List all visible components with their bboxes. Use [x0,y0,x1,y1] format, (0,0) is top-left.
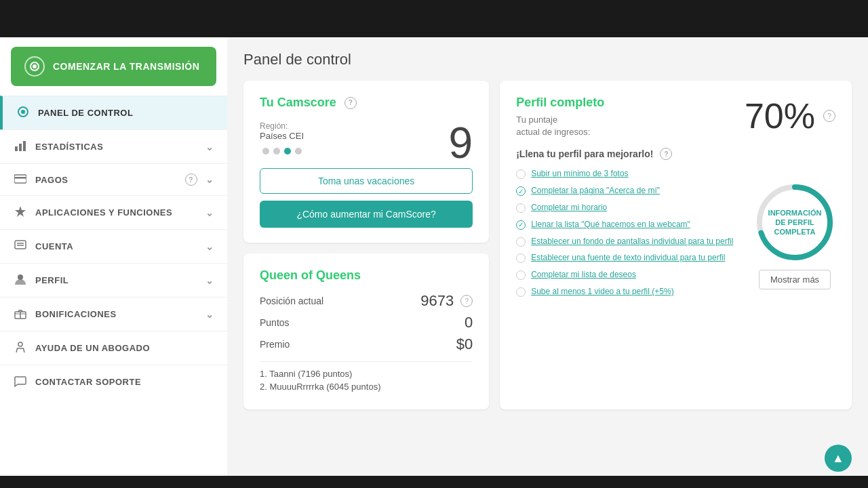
broadcast-icon [24,56,45,77]
percent-value: 70% ? [745,96,835,136]
svg-rect-5 [19,144,22,151]
sidebar-item-panel[interactable]: PANEL DE CONTROL [0,96,227,129]
profile-item-0: Subir un mínimo de 3 fotos [516,168,743,180]
sidebar-item-cuenta[interactable]: CUENTA⌄ [0,229,227,263]
svg-point-3 [21,110,25,114]
camscore-help-icon[interactable]: ? [344,97,357,109]
sidebar-icon-estadisticas [14,140,27,154]
sidebar-icon-panel [16,106,30,120]
sidebar-icon-bonificaciones [14,307,27,321]
profile-item-1: ✓Completar la página "Acerca de mí" [516,185,743,197]
camscore-score-row: Región: Países CEI 9 [260,118,473,168]
svg-rect-7 [14,175,26,183]
main-content: Panel de control Tu Camscore ? Región: P… [227,37,868,476]
svg-point-12 [18,274,23,280]
start-broadcast-button[interactable]: COMENZAR LA TRANSMISIÓN [11,47,216,86]
puntos-row: Puntos 0 [260,314,473,331]
puntos-label: Puntos [260,317,290,328]
fill-label: ¡Llena tu perfil para mejorarlo! ? [516,148,835,160]
profile-item-5: Establecer una fuente de texto individua… [516,252,743,264]
sidebar-item-soporte[interactable]: CONTACTAR SOPORTE [0,365,227,399]
puntaje-label: Tu puntajeactual de ingresos: [516,114,604,138]
queen-title: Queen of Queens [260,268,473,283]
puntaje-row: Perfil completo Tu puntajeactual de ingr… [516,96,835,138]
profile-item-text-3[interactable]: Llenar la lista "Qué hacemos en la webca… [531,219,690,230]
start-broadcast-label: COMENZAR LA TRANSMISIÓN [53,61,199,72]
sidebar-item-pagos[interactable]: PAGOS?⌄ [0,163,227,195]
sidebar-icon-soporte [14,375,27,389]
profile-item-3: ✓Llenar la lista "Qué hacemos en la webc… [516,219,743,230]
profile-checkbox-7 [516,287,526,297]
sidebar-icon-aplicaciones [14,205,27,220]
svg-point-16 [18,342,22,346]
svg-point-1 [33,64,37,68]
profile-item-text-4[interactable]: Establecer un fondo de pantallas individ… [531,236,733,247]
dot-1 [262,148,269,155]
sidebar-label-perfil: PERFIL [35,275,197,285]
vacation-button[interactable]: Toma unas vacaciones [260,168,473,194]
sidebar-item-perfil[interactable]: PERFIL⌄ [0,263,227,297]
premio-row: Premio $0 [260,336,473,353]
profile-checkbox-2 [516,203,526,213]
sidebar-label-pagos: PAGOS [35,175,174,185]
sidebar-icon-abogado [14,341,27,355]
svg-rect-8 [14,177,26,179]
perfil-title: Perfil completo [516,96,604,110]
sidebar-help-pagos[interactable]: ? [185,174,197,186]
camscore-dots [260,148,304,155]
sidebar-item-aplicaciones[interactable]: APLICACIONES Y FUNCIONES⌄ [0,195,227,229]
camscore-info-button[interactable]: ¿Cómo aumentar mi CamScore? [260,201,473,228]
mostrar-mas-button[interactable]: Mostrar más [759,270,831,289]
sidebar-label-bonificaciones: BONIFICACIONES [35,309,197,319]
profile-item-text-0[interactable]: Subir un mínimo de 3 fotos [531,168,628,180]
scroll-top-button[interactable]: ▲ [825,445,852,472]
svg-rect-9 [15,241,26,249]
profile-checkbox-6 [516,270,526,280]
leaderboard: 1. Taanni (7196 puntos)2. MuuuuRrrrrka (… [260,361,473,394]
chevron-icon-perfil: ⌄ [205,275,214,286]
sidebar-label-panel: PANEL DE CONTROL [38,108,214,118]
sidebar-item-bonificaciones[interactable]: BONIFICACIONES⌄ [0,297,227,331]
profile-item-text-2[interactable]: Completar mi horario [531,202,607,214]
region-value: Países CEI [260,131,304,141]
profile-checkbox-3: ✓ [516,220,526,230]
profile-checkbox-0 [516,169,526,179]
profile-item-text-1[interactable]: Completar la página "Acerca de mí" [531,185,660,197]
svg-rect-4 [15,146,18,151]
profile-item-7: Sube al menos 1 video a tu perfil (+5%) [516,286,743,298]
svg-rect-6 [23,141,26,151]
sidebar-item-abogado[interactable]: AYUDA DE UN ABOGADO [0,331,227,365]
perfil-card: Perfil completo Tu puntajeactual de ingr… [500,81,852,409]
profile-checkbox-5 [516,253,526,263]
position-row: Posición actual 9673 ? [260,292,473,310]
camscore-card: Tu Camscore ? Región: Países CEI [243,81,489,243]
sidebar-nav: PANEL DE CONTROLESTADÍSTICAS⌄PAGOS?⌄APLI… [0,96,227,399]
sidebar-label-abogado: AYUDA DE UN ABOGADO [35,343,214,353]
chevron-icon-bonificaciones: ⌄ [205,309,214,320]
profile-items-list: Subir un mínimo de 3 fotos✓Completar la … [516,168,743,302]
dot-3 [284,148,291,155]
sidebar-item-estadisticas[interactable]: ESTADÍSTICAS⌄ [0,129,227,163]
camscore-value: 9 [449,118,473,168]
position-label: Posición actual [260,296,323,306]
profile-item-text-7[interactable]: Sube al menos 1 video a tu perfil (+5%) [531,286,673,298]
profile-checkbox-4 [516,237,526,247]
position-help-icon[interactable]: ? [460,295,473,307]
percent-help-icon[interactable]: ? [823,110,835,122]
profile-items-row: Subir un mínimo de 3 fotos✓Completar la … [516,168,835,302]
leaderboard-item: 1. Taanni (7196 puntos) [260,369,473,379]
profile-circle: INFORMACIÓNDE PERFILCOMPLETA [754,182,835,263]
sidebar-icon-perfil [14,273,27,287]
profile-item-text-5[interactable]: Establecer una fuente de texto individua… [531,252,725,264]
premio-label: Premio [260,339,290,350]
chevron-icon-cuenta: ⌄ [205,241,214,252]
main-layout: COMENZAR LA TRANSMISIÓN PANEL DE CONTROL… [0,37,868,476]
bottom-bar [0,476,868,488]
dot-2 [273,148,280,155]
chevron-icon-pagos: ⌄ [205,174,214,185]
profile-checkbox-1: ✓ [516,186,526,196]
page-title: Panel de control [243,51,852,68]
sidebar-label-aplicaciones: APLICACIONES Y FUNCIONES [35,207,197,218]
fill-help-icon[interactable]: ? [660,148,672,160]
profile-item-text-6[interactable]: Completar mi lista de deseos [531,269,636,281]
